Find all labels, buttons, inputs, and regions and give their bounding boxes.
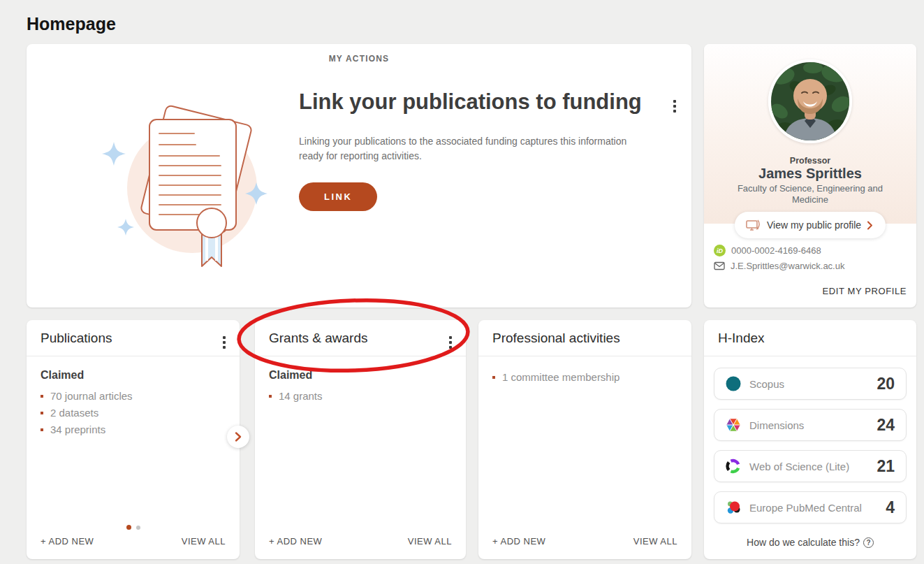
grants-section-label: Claimed: [269, 369, 452, 382]
avatar: [768, 59, 852, 143]
publications-title: Publications: [41, 331, 112, 346]
homepage: Homepage MY ACTIONS: [0, 0, 924, 564]
my-actions-label: MY ACTIONS: [27, 54, 691, 64]
grants-title: Grants & awards: [269, 331, 368, 346]
orcid-row: iD 0000-0002-4169-6468: [714, 245, 821, 256]
h-index-row-web-of-science: Web of Science (Lite) 21: [714, 450, 907, 482]
list-item: 1 committee membership: [492, 369, 677, 386]
scopus-icon: [726, 376, 741, 391]
email-icon: [714, 261, 725, 270]
profile-card: Professor James Sprittles Faculty of Sci…: [704, 44, 916, 308]
my-actions-menu-icon[interactable]: [669, 96, 680, 117]
page-title: Homepage: [27, 14, 116, 34]
list-item: 14 grants: [269, 388, 452, 405]
list-item: 34 preprints: [41, 421, 226, 438]
h-index-title: H-Index: [718, 331, 765, 346]
h-index-list: Scopus 20: [704, 356, 916, 523]
h-index-value: 4: [886, 498, 895, 517]
grants-and-awards-card: Grants & awards Claimed 14 grants + ADD …: [255, 320, 466, 559]
publications-menu-icon[interactable]: [219, 332, 230, 353]
publications-section-label: Claimed: [41, 369, 226, 382]
how-calculated-link[interactable]: How do we calculate this? ?: [704, 537, 916, 548]
public-profile-monitor-icon: [745, 217, 761, 233]
h-index-value: 20: [877, 375, 895, 393]
h-index-source-label: Web of Science (Lite): [749, 461, 849, 472]
publications-add-new-button[interactable]: + ADD NEW: [41, 536, 94, 547]
web-of-science-icon: [726, 458, 741, 474]
h-index-value: 24: [877, 416, 895, 435]
professional-add-new-button[interactable]: + ADD NEW: [492, 536, 545, 547]
professional-stat-list: 1 committee membership: [492, 369, 677, 386]
profile-faculty: Faculty of Science, Engineering and Medi…: [721, 183, 900, 206]
link-button[interactable]: LINK: [299, 182, 377, 211]
email-address: J.E.Sprittles@warwick.ac.uk: [731, 261, 844, 271]
edit-my-profile-button[interactable]: EDIT MY PROFILE: [823, 286, 907, 296]
publications-view-all-button[interactable]: VIEW ALL: [182, 536, 226, 547]
orcid-icon: iD: [714, 245, 726, 256]
h-index-source-label: Scopus: [749, 378, 784, 390]
help-icon: ?: [863, 537, 874, 548]
action-heading: Link your publications to funding: [299, 89, 655, 115]
how-calculated-label: How do we calculate this?: [747, 537, 860, 548]
view-public-profile-button[interactable]: View my public profile: [735, 212, 886, 238]
email-row: J.E.Sprittles@warwick.ac.uk: [714, 261, 844, 271]
professional-activities-card: Professional activities 1 committee memb…: [478, 320, 691, 559]
profile-role: Professor: [704, 156, 916, 166]
carousel-next-arrow-icon[interactable]: [227, 426, 249, 448]
list-item: 70 journal articles: [41, 388, 226, 405]
h-index-source-label: Dimensions: [749, 419, 804, 431]
grants-menu-icon[interactable]: [445, 332, 456, 353]
list-item: 2 datasets: [41, 405, 226, 421]
grants-stat-list: 14 grants: [269, 388, 452, 405]
profile-name: James Sprittles: [704, 166, 916, 182]
action-description: Linking your publications to the associa…: [299, 134, 633, 164]
dimensions-icon: [726, 417, 741, 433]
grants-add-new-button[interactable]: + ADD NEW: [269, 536, 322, 547]
professional-title: Professional activities: [492, 331, 620, 346]
view-public-profile-label: View my public profile: [767, 219, 861, 231]
chevron-right-icon: [867, 221, 873, 230]
publications-stat-list: 70 journal articles 2 datasets 34 prepri…: [41, 388, 226, 438]
h-index-card: H-Index Scopus 20: [704, 320, 916, 559]
orcid-id[interactable]: 0000-0002-4169-6468: [731, 245, 821, 256]
my-actions-content: Link your publications to funding Linkin…: [299, 89, 655, 211]
europe-pmc-icon: [726, 500, 741, 515]
h-index-source-label: Europe PubMed Central: [749, 502, 862, 514]
h-index-row-dimensions: Dimensions 24: [714, 409, 907, 441]
h-index-value: 21: [877, 457, 895, 476]
grants-view-all-button[interactable]: VIEW ALL: [408, 536, 452, 547]
publications-card: Publications Claimed 70 journal articles…: [27, 320, 240, 559]
my-actions-card: MY ACTIONS: [27, 44, 691, 308]
professional-view-all-button[interactable]: VIEW ALL: [633, 536, 677, 547]
h-index-row-europe-pmc: Europe PubMed Central 4: [714, 491, 907, 523]
h-index-row-scopus: Scopus 20: [714, 368, 907, 400]
certificate-illustration: [84, 85, 293, 283]
